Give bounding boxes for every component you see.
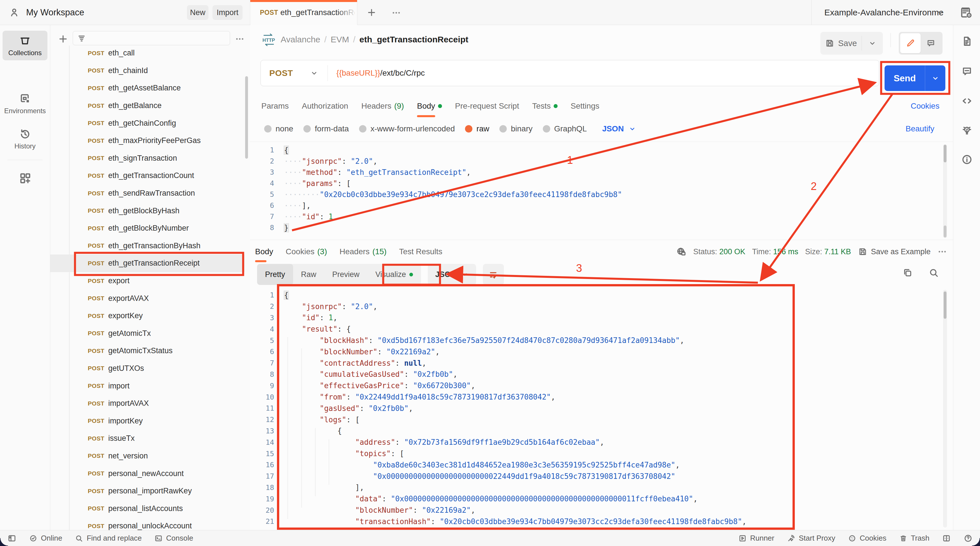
sidebar-request-exportKey[interactable]: POSTexportKey	[50, 307, 245, 325]
start-proxy-button[interactable]: Start Proxy	[787, 534, 835, 543]
cookies-button[interactable]: Cookies	[848, 534, 886, 543]
sidebar-request-eth_sendRawTransaction[interactable]: POSTeth_sendRawTransaction	[50, 185, 245, 202]
status-badge[interactable]: 200 OK	[719, 247, 745, 256]
wrap-lines-button[interactable]	[483, 264, 504, 285]
new-button[interactable]: New	[187, 5, 208, 20]
request-editor-scrollbar[interactable]	[943, 144, 947, 238]
sidebar-request-getAtomicTxStatus[interactable]: POSTgetAtomicTxStatus	[50, 342, 245, 360]
comments-icon[interactable]	[961, 65, 973, 77]
sidebar-filter-input[interactable]	[73, 31, 230, 45]
body-type-none[interactable]: none	[264, 124, 293, 133]
cookies-link[interactable]: Cookies	[911, 94, 939, 118]
tab-tests[interactable]: Tests	[532, 94, 557, 118]
environment-quick-look-icon[interactable]	[960, 6, 973, 19]
send-button[interactable]: Send	[885, 65, 945, 91]
sidebar-request-exportAVAX[interactable]: POSTexportAVAX	[50, 289, 245, 307]
sidebar-options-icon[interactable]	[235, 34, 245, 44]
url-input[interactable]: {{baseURL}}/ext/bc/C/rpc	[336, 69, 425, 78]
body-type-graphql[interactable]: GraphQL	[543, 124, 587, 133]
trash-button[interactable]: Trash	[899, 534, 930, 543]
breadcrumb-folder[interactable]: EVM	[331, 35, 349, 45]
sidebar-request-import[interactable]: POSTimport	[50, 377, 245, 395]
sidebar-request-personal_newAccount[interactable]: POSTpersonal_newAccount	[50, 465, 245, 482]
workspace-title[interactable]: My Workspace	[26, 0, 84, 25]
copy-response-icon[interactable]	[902, 267, 913, 278]
related-requests-icon[interactable]	[961, 125, 973, 136]
request-tab[interactable]: POST eth_getTransactionRece	[250, 0, 357, 25]
body-type-raw[interactable]: raw	[465, 124, 489, 133]
sidebar-request-eth_getTransactionReceipt[interactable]: POSTeth_getTransactionReceipt	[50, 254, 245, 272]
sidebar-request-eth_call[interactable]: POSTeth_call	[50, 45, 245, 62]
comments-button[interactable]	[921, 33, 941, 53]
request-body-editor[interactable]: 1{2····"jsonrpc": "2.0",3····"method": "…	[250, 142, 953, 240]
sidebar-request-eth_getBalance[interactable]: POSTeth_getBalance	[50, 97, 245, 115]
save-options-button[interactable]	[862, 39, 883, 48]
method-selector[interactable]: POST	[269, 68, 293, 78]
body-language-select[interactable]: JSON	[602, 124, 636, 133]
sidebar-request-eth_getTransactionCount[interactable]: POSTeth_getTransactionCount	[50, 167, 245, 185]
send-options-button[interactable]	[925, 74, 945, 83]
sidebar-request-net_version[interactable]: POSTnet_version	[50, 447, 245, 465]
save-button[interactable]: Save	[820, 32, 883, 54]
sidebar-request-getAtomicTx[interactable]: POSTgetAtomicTx	[50, 325, 245, 342]
tab-body[interactable]: Body	[417, 94, 442, 118]
sidebar-request-importAVAX[interactable]: POSTimportAVAX	[50, 395, 245, 412]
code-snippet-icon[interactable]	[961, 95, 973, 107]
sidebar-request-eth_getTransactionByHash[interactable]: POSTeth_getTransactionByHash	[50, 237, 245, 255]
beautify-link[interactable]: Beautify	[905, 118, 934, 139]
toggle-sidebar-icon[interactable]	[7, 534, 16, 543]
documentation-icon[interactable]	[961, 35, 973, 47]
tab-options-icon[interactable]	[391, 8, 401, 18]
time-value[interactable]: 156 ms	[773, 247, 799, 256]
edit-mode-button[interactable]	[900, 33, 921, 53]
save-as-example-button[interactable]: Save as Example	[858, 247, 931, 257]
response-options-icon[interactable]	[937, 247, 947, 257]
sidebar-request-eth_maxPriorityFeePerGas[interactable]: POSTeth_maxPriorityFeePerGas	[50, 132, 245, 150]
view-preview[interactable]: Preview	[325, 264, 368, 285]
nav-environments[interactable]: Environments	[3, 93, 48, 115]
sidebar-request-getUTXOs[interactable]: POSTgetUTXOs	[50, 360, 245, 377]
environment-selector[interactable]: Example-Avalanche-Environme	[824, 0, 943, 25]
response-tab-test-results[interactable]: Test Results	[399, 240, 442, 263]
add-module-icon[interactable]	[19, 172, 32, 185]
add-tab-icon[interactable]	[366, 7, 377, 18]
tab-settings[interactable]: Settings	[571, 94, 599, 118]
sidebar-scrollbar[interactable]	[245, 76, 248, 159]
body-type-binary[interactable]: binary	[500, 124, 532, 133]
response-body-editor[interactable]: 1{2 "jsonrpc": "2.0",3 "id": 1,4 "result…	[250, 286, 953, 530]
sidebar-request-eth_getAssetBalance[interactable]: POSTeth_getAssetBalance	[50, 79, 245, 97]
tab-headers[interactable]: Headers(9)	[361, 94, 404, 118]
tab-pre-request-script[interactable]: Pre-request Script	[455, 94, 519, 118]
sidebar-request-eth_getChainConfig[interactable]: POSTeth_getChainConfig	[50, 114, 245, 132]
network-globe-icon[interactable]	[676, 246, 687, 257]
response-language-select[interactable]: JSON	[428, 264, 476, 285]
import-button[interactable]: Import	[213, 5, 243, 20]
size-value[interactable]: 7.11 KB	[824, 247, 851, 256]
view-raw[interactable]: Raw	[293, 264, 325, 285]
nav-history[interactable]: History	[3, 128, 48, 150]
view-visualize[interactable]: Visualize	[368, 264, 421, 285]
sidebar-request-export[interactable]: POSTexport	[50, 272, 245, 290]
breadcrumb-request-name[interactable]: eth_getTransactionReceipt	[360, 35, 468, 45]
response-editor-scrollbar[interactable]	[943, 290, 947, 527]
response-tab-body[interactable]: Body	[255, 240, 273, 263]
nav-collections[interactable]: Collections	[3, 31, 48, 60]
tab-params[interactable]: Params	[261, 94, 289, 118]
sidebar-request-personal_importRawKey[interactable]: POSTpersonal_importRawKey	[50, 482, 245, 500]
sidebar-request-eth_chainId[interactable]: POSTeth_chainId	[50, 62, 245, 80]
sidebar-request-importKey[interactable]: POSTimportKey	[50, 412, 245, 430]
breadcrumb-collection[interactable]: Avalanche	[281, 35, 320, 45]
body-type-form-data[interactable]: form-data	[303, 124, 349, 133]
online-status[interactable]: Online	[29, 534, 62, 543]
sidebar-request-eth_getBlockByNumber[interactable]: POSTeth_getBlockByNumber	[50, 220, 245, 237]
two-pane-icon[interactable]	[942, 534, 951, 543]
sidebar-request-eth_getBlockByHash[interactable]: POSTeth_getBlockByHash	[50, 202, 245, 220]
add-collection-icon[interactable]	[58, 34, 68, 45]
response-tab-headers[interactable]: Headers(15)	[339, 240, 387, 263]
sidebar-request-personal_listAccounts[interactable]: POSTpersonal_listAccounts	[50, 500, 245, 517]
help-icon[interactable]	[964, 534, 973, 543]
sidebar-request-personal_unlockAccount[interactable]: POSTpersonal_unlockAccount	[50, 517, 245, 530]
console-button[interactable]: Console	[154, 534, 193, 543]
find-and-replace-button[interactable]: Find and replace	[75, 534, 142, 543]
chevron-down-icon[interactable]	[936, 8, 945, 17]
